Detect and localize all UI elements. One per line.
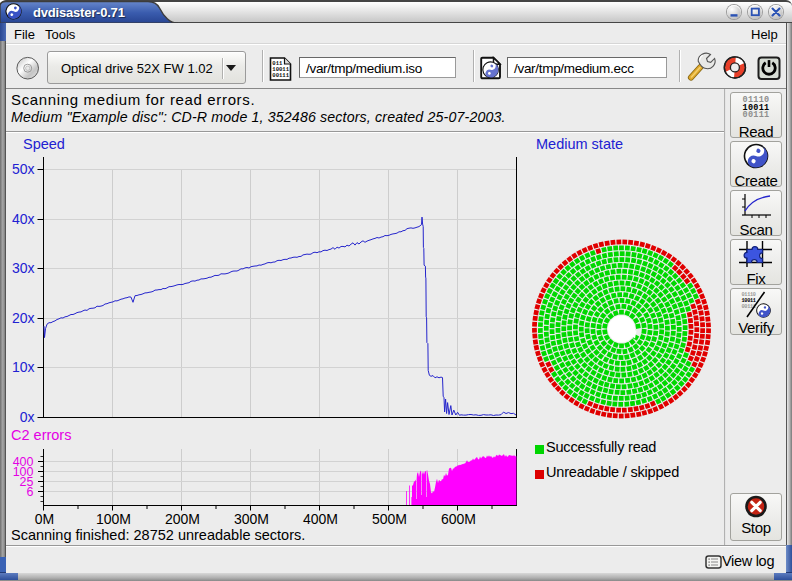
svg-text:0M: 0M [35,511,54,527]
svg-text:6: 6 [27,485,34,499]
svg-text:500M: 500M [372,511,407,527]
svg-text:20x: 20x [12,310,35,326]
svg-text:400M: 400M [303,511,338,527]
svg-text:50x: 50x [12,161,35,177]
svg-text:10x: 10x [12,359,35,375]
svg-text:00111: 00111 [272,72,289,79]
svg-text:30x: 30x [12,260,35,276]
svg-text:200M: 200M [165,511,200,527]
svg-text:0x: 0x [20,409,35,425]
svg-text:40x: 40x [12,211,35,227]
svg-text:600M: 600M [441,511,476,527]
svg-text:100M: 100M [96,511,131,527]
svg-text:300M: 300M [234,511,269,527]
